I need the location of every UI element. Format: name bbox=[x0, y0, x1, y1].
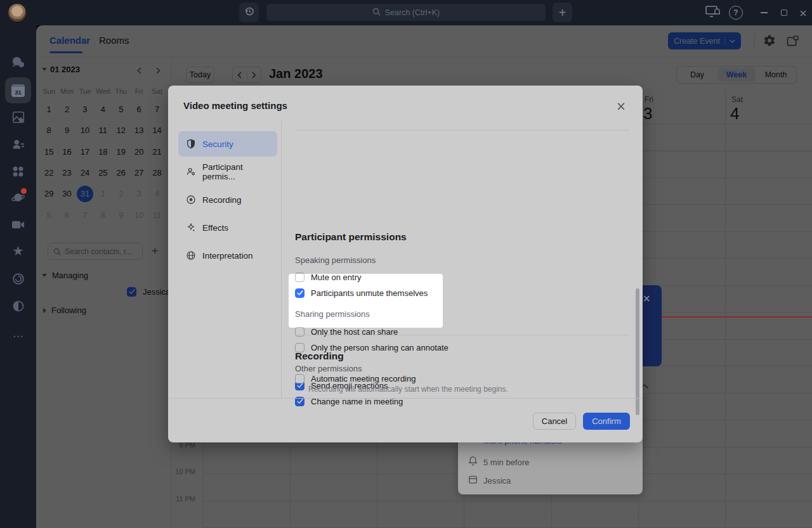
screen: Search (Ctrl+K) + ? × bbox=[0, 0, 812, 528]
rail-item-docs[interactable] bbox=[11, 110, 25, 124]
nav-label: Participant permis... bbox=[202, 162, 270, 181]
docs-icon bbox=[11, 110, 25, 124]
record-icon bbox=[186, 195, 196, 205]
screen-bell-icon bbox=[705, 5, 720, 20]
section-divider bbox=[295, 335, 630, 335]
option-label: Automatic meeting recording bbox=[311, 374, 416, 383]
nav-label: Security bbox=[202, 139, 233, 149]
user-avatar[interactable] bbox=[8, 4, 26, 22]
dialog-sidebar-divider bbox=[281, 120, 282, 398]
sparkle-star-icon bbox=[186, 222, 196, 233]
option-label: Mute on entry bbox=[311, 273, 362, 282]
checkbox bbox=[295, 273, 304, 282]
titlebar: Search (Ctrl+K) + ? × bbox=[0, 0, 812, 25]
settings-nav-participant-permissions[interactable]: Participant permis... bbox=[178, 159, 277, 184]
search-placeholder: Search (Ctrl+K) bbox=[385, 8, 440, 17]
confirm-button[interactable]: Confirm bbox=[583, 413, 630, 430]
close-icon[interactable]: × bbox=[643, 293, 651, 304]
nav-label: Recording bbox=[202, 195, 242, 205]
recording-heading: Recording bbox=[295, 351, 344, 362]
half-circle-icon bbox=[12, 300, 25, 312]
chat-icon bbox=[11, 55, 25, 70]
new-window-button[interactable]: + bbox=[553, 3, 572, 22]
help-button[interactable]: ? bbox=[729, 6, 743, 20]
rail-item-theme[interactable] bbox=[11, 299, 25, 313]
rail-item-more[interactable]: ⋯ bbox=[11, 328, 25, 343]
app-rail: 31 bbox=[0, 25, 36, 528]
shield-icon bbox=[186, 139, 196, 149]
footer-divider bbox=[168, 398, 643, 399]
participant-gear-icon bbox=[186, 167, 196, 177]
rail-item-workplace[interactable] bbox=[11, 164, 25, 179]
search-icon bbox=[372, 8, 381, 18]
swirl-icon bbox=[11, 272, 25, 286]
maximize-icon bbox=[781, 10, 787, 16]
settings-nav-interpretation[interactable]: Interpretation bbox=[178, 243, 277, 268]
sharing-permissions-label: Sharing permissions bbox=[295, 309, 370, 319]
settings-nav-recording[interactable]: Recording bbox=[178, 187, 277, 212]
option-label: Participants unmute themselves bbox=[311, 288, 428, 298]
video-camera-icon bbox=[11, 217, 25, 232]
plus-icon: + bbox=[559, 6, 566, 19]
speaking-permissions-label: Speaking permissions bbox=[295, 255, 376, 265]
section-divider bbox=[295, 130, 630, 131]
maximize-button[interactable] bbox=[777, 6, 791, 20]
participant-permissions-heading: Participant permissions bbox=[295, 231, 407, 243]
option-mute-on-entry[interactable]: Mute on entry bbox=[295, 272, 362, 283]
close-icon: × bbox=[616, 99, 626, 113]
reminder-value[interactable]: 5 min before bbox=[483, 458, 529, 467]
dialog-scrollbar[interactable] bbox=[636, 288, 639, 415]
rail-item-calendar-active[interactable]: 31 bbox=[5, 77, 31, 103]
checkbox bbox=[295, 374, 304, 383]
minimize-icon bbox=[761, 12, 768, 13]
meeting-notification-button[interactable] bbox=[703, 6, 722, 20]
bell-icon bbox=[468, 456, 478, 468]
settings-nav-security[interactable]: Security bbox=[178, 131, 277, 157]
ellipsis-icon: ⋯ bbox=[13, 330, 23, 342]
option-participants-unmute[interactable]: Participants unmute themselves bbox=[295, 288, 428, 299]
history-button[interactable] bbox=[239, 3, 259, 22]
global-search-input[interactable]: Search (Ctrl+K) bbox=[266, 4, 546, 21]
owner-calendar-value[interactable]: Jessica bbox=[483, 476, 511, 486]
question-icon: ? bbox=[733, 8, 738, 17]
settings-nav-effects[interactable]: Effects bbox=[178, 215, 277, 240]
calendar-31-icon: 31 bbox=[11, 84, 25, 97]
nav-label: Effects bbox=[202, 223, 228, 233]
close-window-button[interactable]: × bbox=[796, 6, 810, 20]
globe-icon bbox=[186, 250, 196, 261]
app-grid-icon bbox=[11, 165, 25, 178]
cancel-button[interactable]: Cancel bbox=[533, 413, 576, 430]
star-icon: ★ bbox=[12, 243, 24, 259]
rail-item-favorites[interactable]: ★ bbox=[11, 243, 25, 258]
option-automatic-meeting-recording[interactable]: Automatic meeting recording bbox=[295, 373, 416, 384]
rail-item-meetings[interactable] bbox=[11, 217, 25, 232]
option-only-host-share[interactable]: Only the host can share bbox=[295, 326, 398, 337]
other-permissions-label: Other permissions bbox=[295, 364, 362, 373]
contacts-icon bbox=[11, 138, 25, 151]
video-meeting-settings-dialog: Video meeting settings × Security Partic… bbox=[168, 86, 643, 442]
dialog-close-button[interactable]: × bbox=[613, 98, 629, 113]
minimize-button[interactable] bbox=[757, 6, 771, 20]
option-description: Recording will automatically start when … bbox=[308, 385, 508, 394]
calendar-icon bbox=[468, 475, 478, 487]
notification-dot bbox=[21, 188, 27, 194]
nav-label: Interpretation bbox=[202, 251, 253, 261]
rail-item-moments[interactable] bbox=[11, 190, 25, 205]
rail-item-community[interactable] bbox=[11, 271, 25, 286]
rail-item-messenger[interactable] bbox=[11, 55, 25, 70]
close-icon: × bbox=[799, 7, 807, 19]
checkbox bbox=[295, 288, 304, 298]
rail-item-contacts[interactable] bbox=[11, 137, 25, 151]
history-icon bbox=[244, 6, 254, 19]
dialog-title: Video meeting settings bbox=[183, 100, 287, 111]
